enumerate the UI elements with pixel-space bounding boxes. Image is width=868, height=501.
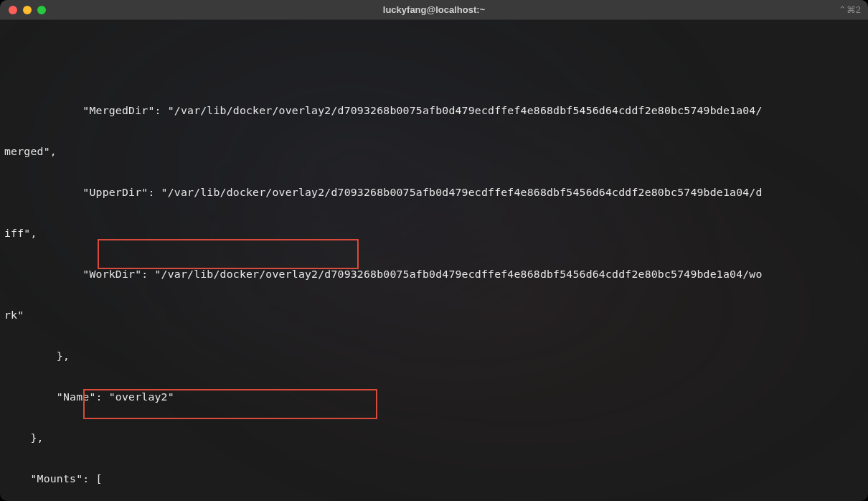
output-line: "MergedDir": "/var/lib/docker/overlay2/d… [4,103,864,117]
terminal-window: luckyfang@localhost:~ ⌃⌘2 "MergedDir": "… [0,0,868,501]
output-line: "Name": "overlay2" [4,390,864,403]
output-line: "Mounts": [ [4,472,864,485]
terminal-body[interactable]: "MergedDir": "/var/lib/docker/overlay2/d… [0,20,868,501]
output-line: "WorkDir": "/var/lib/docker/overlay2/d70… [4,267,864,281]
output-line: rk" [4,308,864,322]
output-line: "UpperDir": "/var/lib/docker/overlay2/d7… [4,185,864,199]
shortcut-hint: ⌃⌘2 [839,3,861,17]
output-line: }, [4,431,864,444]
terminal-output: "MergedDir": "/var/lib/docker/overlay2/d… [4,75,864,501]
titlebar: luckyfang@localhost:~ ⌃⌘2 [0,0,868,20]
window-title: luckyfang@localhost:~ [0,3,868,17]
output-line: merged", [4,144,864,158]
output-line: iff", [4,226,864,240]
output-line: }, [4,349,864,362]
